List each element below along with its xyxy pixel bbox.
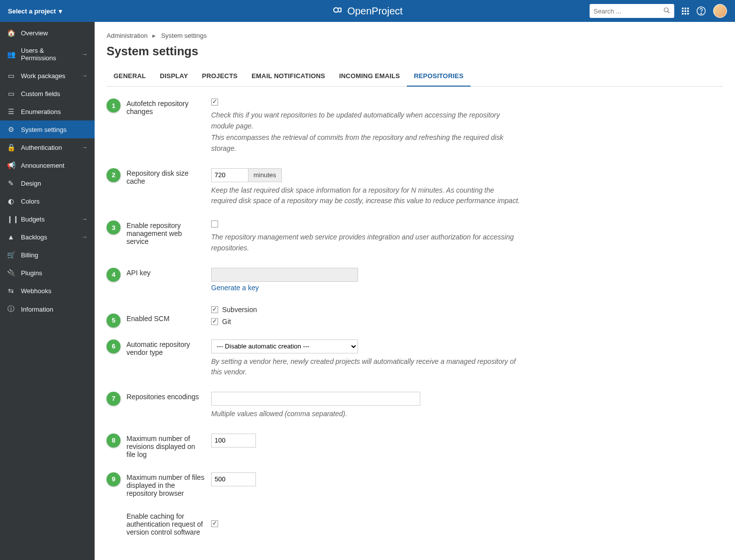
checkbox-scm-subversion[interactable] bbox=[211, 306, 218, 313]
svg-rect-5 bbox=[687, 7, 689, 9]
input-encodings[interactable] bbox=[211, 392, 420, 406]
breadcrumb-root[interactable]: Administration bbox=[107, 32, 147, 39]
sidebar-label: Colors bbox=[21, 198, 88, 205]
row-vendor: 6 Automatic repository vendor type --- D… bbox=[126, 339, 723, 378]
brand-text: OpenProject bbox=[347, 5, 402, 17]
sidebar-item-design[interactable]: ✎Design bbox=[0, 174, 95, 192]
sidebar-icon: ⇆ bbox=[7, 287, 15, 295]
sidebar-icon: 📢 bbox=[7, 161, 15, 169]
input-max-revisions[interactable] bbox=[211, 434, 256, 448]
svg-rect-8 bbox=[687, 10, 689, 12]
help-icon[interactable] bbox=[696, 6, 706, 16]
search-input[interactable] bbox=[594, 7, 663, 15]
tab-projects[interactable]: PROJECTS bbox=[195, 67, 245, 86]
project-selector-label: Select a project bbox=[8, 7, 56, 15]
step-marker-6: 6 bbox=[107, 339, 121, 353]
sidebar-item-users-permissions[interactable]: 👥Users & Permissions→ bbox=[0, 42, 95, 67]
tab-repositories[interactable]: REPOSITORIES bbox=[407, 67, 471, 87]
sidebar-item-custom-fields[interactable]: ▭Custom fields bbox=[0, 85, 95, 103]
sidebar-item-authentication[interactable]: 🔒Authentication→ bbox=[0, 138, 95, 156]
row-cache: 2 Repository disk size cache minutes Kee… bbox=[126, 168, 723, 207]
svg-rect-4 bbox=[685, 7, 686, 9]
svg-rect-3 bbox=[682, 7, 683, 9]
label-apikey: API key bbox=[126, 268, 205, 277]
svg-rect-10 bbox=[685, 13, 686, 14]
sidebar-item-budgets[interactable]: ❙❙Budgets→ bbox=[0, 210, 95, 228]
label-max-revisions: Maximum number of revisions displayed on… bbox=[126, 434, 205, 458]
step-marker-9: 9 bbox=[107, 472, 121, 486]
sidebar-item-system-settings[interactable]: ⚙System settings bbox=[0, 120, 95, 138]
tab-incoming-emails[interactable]: INCOMING EMAILS bbox=[332, 67, 407, 86]
tabs: GENERALDISPLAYPROJECTSEMAIL NOTIFICATION… bbox=[107, 67, 723, 87]
checkbox-caching[interactable] bbox=[211, 520, 218, 527]
svg-point-13 bbox=[701, 13, 701, 13]
row-max-files: 9 Maximum number of files displayed in t… bbox=[126, 472, 723, 497]
sidebar: 🏠Overview👥Users & Permissions→▭Work pack… bbox=[0, 22, 95, 560]
scm-label-git: Git bbox=[222, 318, 231, 326]
tab-display[interactable]: DISPLAY bbox=[153, 67, 195, 86]
sidebar-label: Design bbox=[21, 180, 88, 187]
tab-email-notifications[interactable]: EMAIL NOTIFICATIONS bbox=[245, 67, 332, 86]
project-selector[interactable]: Select a project ▾ bbox=[8, 7, 62, 15]
link-generate-key[interactable]: Generate a key bbox=[211, 284, 259, 292]
sidebar-icon: 👥 bbox=[7, 50, 15, 58]
search-icon bbox=[663, 7, 670, 15]
step-marker-5: 5 bbox=[107, 314, 121, 328]
sidebar-item-backlogs[interactable]: ▲Backlogs→ bbox=[0, 228, 95, 246]
row-scm: 5 Enabled SCM Subversion Git bbox=[126, 306, 723, 326]
sidebar-item-information[interactable]: ⓘInformation bbox=[0, 300, 95, 319]
select-vendor[interactable]: --- Disable automatic creation --- bbox=[211, 339, 358, 353]
help-vendor: By setting a vendor here, newly created … bbox=[211, 356, 520, 378]
avatar[interactable] bbox=[713, 4, 727, 18]
svg-point-0 bbox=[334, 7, 338, 12]
tab-general[interactable]: GENERAL bbox=[107, 67, 153, 86]
chevron-right-icon: → bbox=[82, 51, 88, 58]
sidebar-icon: ▭ bbox=[7, 90, 15, 98]
apps-icon[interactable] bbox=[681, 7, 689, 15]
row-autofetch: 1 Autofetch repository changes Check thi… bbox=[126, 99, 723, 154]
breadcrumb-current: System settings bbox=[161, 32, 207, 39]
sidebar-item-enumerations[interactable]: ☰Enumerations bbox=[0, 103, 95, 120]
sidebar-icon: ◐ bbox=[7, 197, 15, 205]
page-title: System settings bbox=[107, 44, 723, 58]
sidebar-label: Webhooks bbox=[21, 287, 88, 295]
chevron-right-icon: ▸ bbox=[152, 32, 156, 39]
sidebar-label: Plugins bbox=[21, 269, 88, 277]
sidebar-item-announcement[interactable]: 📢Announcement bbox=[0, 156, 95, 174]
sidebar-label: Work packages bbox=[21, 72, 76, 80]
sidebar-label: System settings bbox=[21, 126, 88, 133]
sidebar-label: Budgets bbox=[21, 216, 76, 223]
svg-rect-6 bbox=[682, 10, 683, 12]
svg-point-1 bbox=[664, 7, 668, 11]
label-scm: Enabled SCM bbox=[126, 306, 205, 323]
row-caching: Enable caching for authentication reques… bbox=[126, 511, 723, 536]
checkbox-webservice[interactable] bbox=[211, 221, 218, 227]
checkbox-autofetch[interactable] bbox=[211, 99, 218, 106]
chevron-right-icon: → bbox=[82, 72, 88, 79]
svg-rect-7 bbox=[685, 10, 686, 12]
sidebar-item-colors[interactable]: ◐Colors bbox=[0, 192, 95, 210]
sidebar-item-webhooks[interactable]: ⇆Webhooks bbox=[0, 282, 95, 300]
sidebar-icon: ⚙ bbox=[7, 125, 15, 133]
sidebar-item-overview[interactable]: 🏠Overview bbox=[0, 24, 95, 42]
sidebar-item-plugins[interactable]: 🔌Plugins bbox=[0, 264, 95, 282]
sidebar-icon: ▲ bbox=[7, 233, 15, 241]
step-marker-2: 2 bbox=[107, 168, 121, 182]
search-box[interactable] bbox=[590, 4, 674, 18]
checkbox-scm-git[interactable] bbox=[211, 318, 218, 325]
chevron-right-icon: → bbox=[82, 216, 88, 223]
svg-line-2 bbox=[668, 11, 670, 13]
row-webservice: 3 Enable repository management web servi… bbox=[126, 221, 723, 253]
svg-rect-11 bbox=[687, 13, 689, 14]
addon-minutes: minutes bbox=[248, 168, 282, 182]
label-cache: Repository disk size cache bbox=[126, 168, 205, 185]
sidebar-item-work-packages[interactable]: ▭Work packages→ bbox=[0, 67, 95, 85]
input-cache-minutes[interactable] bbox=[211, 168, 248, 182]
help-encodings: Multiple values allowed (comma separated… bbox=[211, 409, 520, 420]
scm-label-subversion: Subversion bbox=[222, 306, 257, 314]
sidebar-label: Billing bbox=[21, 251, 88, 259]
sidebar-item-billing[interactable]: 🛒Billing bbox=[0, 246, 95, 264]
input-max-files[interactable] bbox=[211, 472, 256, 486]
main-content: Administration ▸ System settings System … bbox=[95, 22, 735, 560]
sidebar-icon: ❙❙ bbox=[7, 215, 15, 223]
